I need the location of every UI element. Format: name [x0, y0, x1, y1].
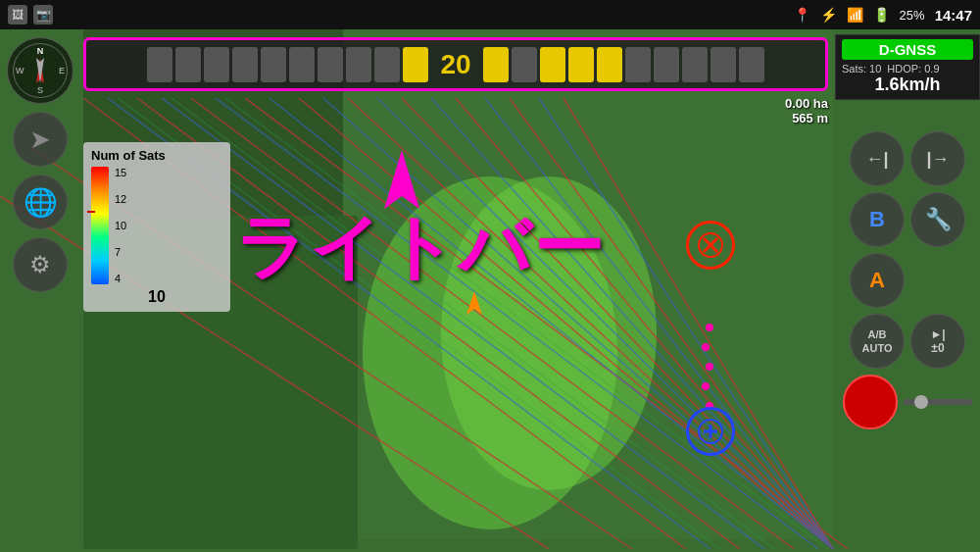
a-point-btn[interactable]: A — [850, 253, 905, 308]
lb-seg-r6 — [625, 47, 651, 82]
sats-colorbar — [91, 167, 109, 284]
sats-scale-10: 10 — [115, 220, 126, 231]
b-wrench-row: B 🔧 — [850, 192, 965, 247]
lightbar-number: 20 — [431, 49, 480, 80]
right-sidebar: ←| |→ B 🔧 A A/BAUTO ►|±0 — [835, 29, 980, 552]
compass-east: E — [59, 66, 65, 75]
ab-auto-btn[interactable]: A/BAUTO — [850, 314, 905, 369]
compass-west: W — [16, 66, 24, 75]
globe-btn[interactable]: 🌐 — [13, 175, 68, 229]
svg-marker-39 — [466, 291, 482, 315]
arrow-up-svg — [380, 145, 423, 214]
lb-seg-r8 — [682, 47, 708, 82]
lb-seg-r1-active — [483, 47, 509, 82]
sats-scale-15: 15 — [115, 167, 126, 178]
lb-seg-l8 — [346, 47, 371, 82]
signal-icon: 📶 — [847, 7, 863, 23]
compass-widget: N S E W — [7, 37, 74, 104]
image-icon: 🖼 — [8, 5, 27, 25]
compass-north: N — [37, 46, 44, 56]
lb-seg-l6 — [289, 47, 315, 82]
sats-scale: 15 12 10 7 4 — [113, 167, 128, 284]
tractor-position — [465, 289, 484, 321]
b-point-btn[interactable]: B — [850, 192, 905, 247]
top-bar-icons: 🖼 📷 — [8, 5, 53, 25]
bluetooth-icon: ⚡ — [820, 7, 837, 23]
top-right-status: 📍 ⚡ 📶 🔋 25% 14:47 — [794, 7, 972, 24]
tractor-arrow — [465, 289, 484, 317]
lb-seg-l7 — [318, 47, 343, 82]
lb-seg-l2 — [175, 47, 201, 82]
sats-legend-title: Num of Sats — [91, 148, 222, 163]
path-dot-1 — [706, 324, 713, 331]
gnss-info: Sats: 10 HDOP: 0.9 — [842, 63, 973, 75]
lb-seg-r4-active — [568, 47, 594, 82]
svg-marker-32 — [384, 150, 419, 209]
steer-right-btn[interactable]: |→ — [910, 131, 965, 186]
blue-marker-icon — [696, 417, 725, 446]
gnss-status-label: D-GNSS — [842, 39, 973, 60]
gnss-panel: D-GNSS Sats: 10 HDOP: 0.9 1.6km/h — [835, 34, 980, 100]
lb-seg-r10 — [739, 47, 764, 82]
sats-current-value: 10 — [91, 288, 222, 306]
steer-left-btn[interactable]: ←| — [850, 131, 905, 186]
navigation-arrow-btn[interactable]: ➤ — [13, 112, 68, 167]
record-row — [843, 375, 972, 429]
compass-south: S — [37, 85, 43, 95]
ab-skip-row: A/BAUTO ►|±0 — [850, 314, 965, 369]
settings-btn[interactable]: ⚙ — [13, 237, 68, 292]
lb-seg-l1 — [147, 47, 172, 82]
left-sidebar: N S E W ➤ 🌐 ⚙ — [0, 29, 80, 552]
top-status-bar: 🖼 📷 📍 ⚡ 📶 🔋 25% 14:47 — [0, 0, 980, 29]
path-dot-3 — [706, 363, 713, 371]
lb-seg-l9 — [374, 47, 400, 82]
sats-current-marker — [87, 211, 95, 213]
arrow-btn-row: ←| |→ — [850, 131, 965, 186]
progress-slider[interactable] — [904, 399, 972, 405]
red-marker-icon — [696, 230, 725, 260]
lb-seg-r9 — [710, 47, 736, 82]
battery-percent: 25% — [900, 8, 925, 23]
lb-seg-r2 — [512, 47, 537, 82]
lb-seg-l10-active — [403, 47, 428, 82]
lb-seg-r5-active — [597, 47, 622, 82]
sats-scale-4: 4 — [115, 273, 126, 284]
sats-scale-12: 12 — [115, 193, 126, 205]
clock: 14:47 — [935, 7, 972, 24]
path-dot-4 — [702, 382, 710, 390]
sats-legend-body: 15 12 10 7 4 — [91, 167, 222, 284]
compass-labels: N S E W — [14, 44, 67, 97]
camera-icon: 📷 — [33, 5, 53, 25]
compass-inner: N S E W — [13, 43, 68, 98]
lb-seg-l5 — [261, 47, 286, 82]
lb-seg-l4 — [232, 47, 258, 82]
meters-value: 565 m — [785, 111, 828, 125]
lb-seg-l3 — [204, 47, 229, 82]
record-btn[interactable] — [843, 375, 898, 429]
red-marker — [686, 221, 735, 270]
battery-icon: 🔋 — [873, 7, 890, 23]
wrench-btn[interactable]: 🔧 — [910, 192, 965, 247]
distance-info: 0.00 ha 565 m — [785, 96, 828, 125]
empty-slot — [910, 253, 965, 308]
blue-marker — [686, 407, 735, 456]
guidance-arrow-up — [380, 145, 423, 218]
lightbar-container: 20 — [83, 37, 828, 91]
location-icon: 📍 — [794, 7, 810, 23]
hectares-value: 0.00 ha — [785, 96, 828, 111]
gnss-sats: Sats: 10 — [842, 63, 881, 75]
gnss-hdop: HDOP: 0.9 — [887, 63, 939, 75]
lb-seg-r3-active — [540, 47, 565, 82]
sats-scale-7: 7 — [115, 246, 126, 258]
lb-seg-r7 — [654, 47, 679, 82]
a-btn-row: A — [850, 253, 965, 308]
gnss-speed: 1.6km/h — [842, 75, 973, 95]
sats-legend: Num of Sats 15 12 10 7 4 10 — [83, 142, 230, 312]
path-dot-2 — [702, 343, 710, 351]
skip-btn[interactable]: ►|±0 — [910, 314, 965, 369]
